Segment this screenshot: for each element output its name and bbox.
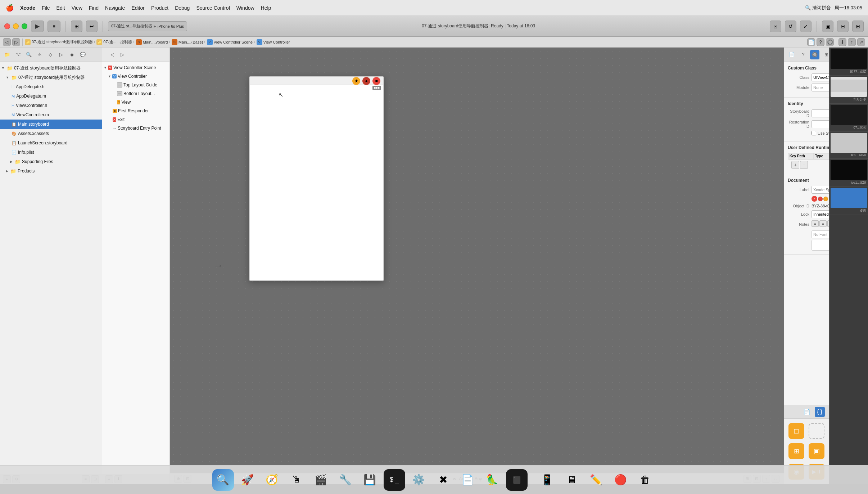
dock-video[interactable]: 🎬 [310, 469, 332, 491]
toolbar-right-6[interactable]: ⊞ [852, 21, 864, 32]
insp-share-btn[interactable]: ↗ [857, 38, 865, 46]
color-dot-red[interactable] [818, 197, 823, 201]
insp-tab-file[interactable]: 📄 [787, 50, 796, 59]
menu-window[interactable]: Window [236, 5, 254, 11]
outline-first-responder[interactable]: ★ First Responder [102, 107, 169, 115]
path-item-3[interactable]: S Main....(Base) › [172, 39, 205, 45]
outline-back-btn[interactable]: ◁ [108, 50, 117, 59]
dock-xmind[interactable]: ✖ [433, 469, 454, 491]
apple-menu[interactable]: 🍎 [6, 4, 14, 12]
dock-finder[interactable]: 🔍 [212, 469, 234, 491]
tree-item-products[interactable]: ▶ 📁 Products [0, 166, 102, 176]
toolbar-right-5[interactable]: ⊟ [837, 21, 849, 32]
dock-app1[interactable]: 🦜 [482, 469, 503, 491]
path-item-4[interactable]: V View Controller Scene › [207, 39, 255, 45]
menu-find[interactable]: Find [89, 5, 99, 11]
maximize-button[interactable] [22, 23, 27, 29]
tree-item-launch-storyboard[interactable]: 📋 LaunchScreen.storyboard [0, 138, 102, 148]
outline-forward-btn[interactable]: ▷ [118, 50, 127, 59]
iphone-icon-star[interactable]: ★ [352, 77, 360, 85]
tree-item-appdelegate-h[interactable]: H AppDelegate.h [0, 82, 102, 91]
path-item-0[interactable]: 📁 07-通过 storyboard使用导航控制器 › [25, 39, 95, 45]
tree-item-infoplist[interactable]: 📄 Info.plist [0, 148, 102, 157]
outline-exit[interactable]: X Exit [102, 115, 169, 124]
attr-add-btn[interactable]: + [791, 161, 799, 169]
outline-view[interactable]: □ View [102, 98, 169, 107]
dock-screen[interactable]: 🖥 [561, 469, 583, 491]
attr-remove-btn[interactable]: − [800, 161, 808, 169]
dock-simulator[interactable]: 📱 [537, 469, 558, 491]
toolbar-right-1[interactable]: ⊡ [770, 21, 781, 32]
menu-navigate[interactable]: Navigate [105, 5, 125, 11]
tree-item-root[interactable]: ▼ 📁 07-通过 storyboard使用导航控制器 [0, 63, 102, 73]
insp-identity-btn[interactable]: 🔘 [826, 38, 834, 46]
color-x-btn[interactable]: × [812, 196, 817, 202]
outline-entry-point[interactable]: → Storyboard Entry Point [102, 124, 169, 133]
toolbar-right-2[interactable]: ↺ [785, 21, 796, 32]
rt-item-2[interactable]: 07...优化 [829, 104, 868, 132]
toolbar-right-3[interactable]: ⤢ [800, 21, 812, 32]
dock-sketch[interactable]: ✏️ [586, 469, 607, 491]
dock-utilities[interactable]: 🔧 [335, 469, 356, 491]
nav-test-icon[interactable]: ◇ [46, 50, 55, 59]
menu-editor[interactable]: Editor [131, 5, 145, 11]
insp-download-btn[interactable]: ⬇ [838, 38, 846, 46]
fmt-align-center[interactable]: ≡ [819, 220, 827, 227]
iphone-icon-2[interactable]: ■ [372, 77, 380, 85]
dock-safari[interactable]: 🧭 [261, 469, 283, 491]
rt-item-3[interactable]: KSl...aster [829, 132, 868, 159]
tree-item-viewcontroller-m[interactable]: M ViewController.m [0, 110, 102, 120]
obj-item-table[interactable]: ▣ [807, 442, 826, 461]
tree-item-assets[interactable]: 🎨 Assets.xcassets [0, 129, 102, 138]
nav-search-icon[interactable]: 🔍 [24, 50, 33, 59]
minimize-button[interactable] [13, 23, 19, 29]
outline-top-layout[interactable]: — Top Layout Guide [102, 81, 169, 89]
obj-lib-tab-objects[interactable]: { } [815, 407, 825, 417]
insp-tab-quick[interactable]: ? [799, 50, 808, 59]
rt-item-1[interactable]: 车丹分享 [829, 76, 868, 104]
dock-launchpad[interactable]: 🚀 [237, 469, 258, 491]
menu-product[interactable]: Product [151, 5, 168, 11]
nav-folder-icon[interactable]: 📁 [3, 50, 12, 59]
obj-item-view[interactable]: □ [787, 422, 806, 440]
rt-item-0[interactable]: 第13...业墅 [829, 48, 868, 76]
menu-view[interactable]: View [72, 5, 82, 11]
insp-quick-btn[interactable]: ? [817, 38, 824, 46]
menu-edit[interactable]: Edit [56, 5, 65, 11]
run-button[interactable]: ▶ [31, 21, 44, 32]
dock-app4[interactable]: 🗑 [634, 469, 656, 491]
tree-item-project[interactable]: ▼ 📁 07-通过 storyboard使用导航控制器 [0, 73, 102, 82]
rt-item-5[interactable]: 桌面 [829, 187, 868, 215]
path-item-1[interactable]: 📁 07-通...→控制器 › [96, 39, 134, 45]
obj-item-dashed[interactable] [807, 422, 826, 440]
path-back-btn[interactable]: ◁ [3, 38, 11, 46]
outline-vc-scene[interactable]: ▼ V View Controller Scene [102, 63, 169, 72]
scheme-selector[interactable]: 07-通过 st...导航控制器 ▶ iPhone 6s Plus [108, 21, 187, 31]
tree-item-supporting[interactable]: ▶ 📁 Supporting Files [0, 157, 102, 166]
close-button[interactable] [4, 23, 10, 29]
dock-app2[interactable]: ⬛ [506, 469, 528, 491]
dock-notes[interactable]: 📄 [457, 469, 479, 491]
tree-item-viewcontroller-h[interactable]: H ViewController.h [0, 101, 102, 110]
toolbar-btn-2[interactable]: ↩ [86, 21, 98, 32]
menu-file[interactable]: File [42, 5, 50, 11]
path-item-2[interactable]: S Main....yboard › [136, 39, 170, 45]
obj-lib-tab-file[interactable]: 📄 [802, 407, 812, 417]
insp-upload-btn[interactable]: ↑ [848, 38, 856, 46]
insp-tab-identity[interactable]: 🔘 [810, 50, 819, 59]
dock-app3[interactable]: 🔴 [610, 469, 632, 491]
nav-breakpoint-icon[interactable]: ◆ [68, 50, 76, 59]
nav-source-icon[interactable]: ⌥ [14, 50, 22, 59]
nav-issues-icon[interactable]: ⚠ [35, 50, 44, 59]
dock-terminal[interactable]: $ _ [384, 469, 405, 491]
nav-debug-icon[interactable]: ▷ [57, 50, 65, 59]
tree-item-appdelegate-m[interactable]: M AppDelegate.m [0, 91, 102, 101]
canvas-bg[interactable]: → ★ ● ■ ■■■ ↖ [170, 48, 784, 484]
tree-item-main-storyboard[interactable]: 📋 Main.storyboard [0, 120, 102, 129]
menu-help[interactable]: Help [261, 5, 271, 11]
toolbar-right-4[interactable]: ▣ [822, 21, 833, 32]
rt-item-4[interactable]: ios1...试题 [829, 159, 868, 187]
color-dot-orange[interactable] [823, 197, 828, 201]
nav-report-icon[interactable]: 💬 [78, 50, 87, 59]
dock-mouse[interactable]: 🖱 [286, 469, 307, 491]
